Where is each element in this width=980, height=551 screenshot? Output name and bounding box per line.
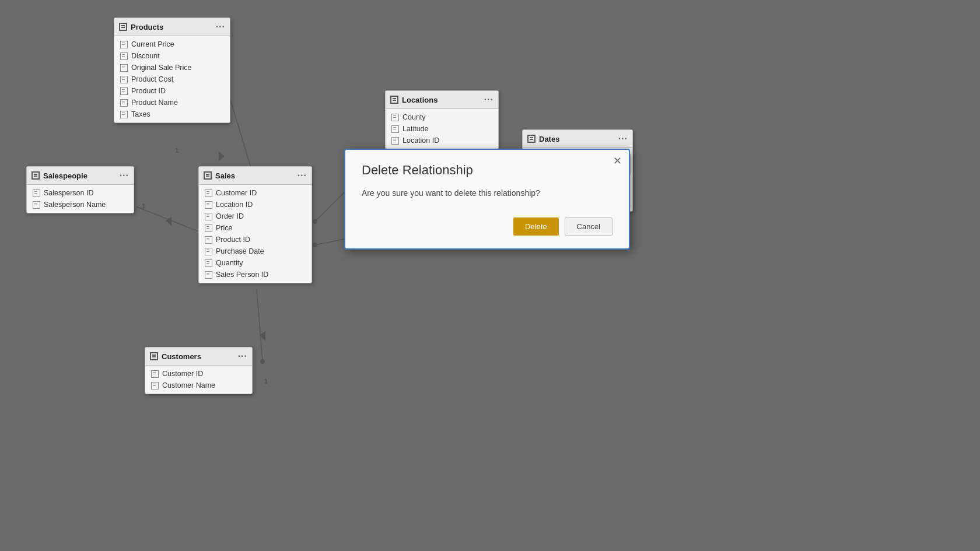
table-icon-dates bbox=[527, 135, 536, 143]
list-item: Product Cost bbox=[114, 73, 230, 85]
table-salespeople-title: Salespeople bbox=[43, 171, 88, 180]
list-item: Salesperson ID bbox=[27, 187, 134, 199]
dialog-message: Are you sure you want to delete this rel… bbox=[345, 184, 629, 212]
table-locations-menu[interactable]: ··· bbox=[484, 94, 494, 105]
list-item: Price bbox=[199, 222, 312, 234]
list-item: Customer ID bbox=[145, 368, 252, 380]
field-icon bbox=[205, 189, 212, 197]
list-item: County bbox=[386, 111, 498, 123]
table-salespeople-body: Salesperson ID Salesperson Name bbox=[27, 185, 134, 213]
field-icon bbox=[205, 201, 212, 209]
list-item: Salesperson Name bbox=[27, 199, 134, 210]
dialog-close-button[interactable]: ✕ bbox=[613, 156, 622, 166]
table-sales-title: Sales bbox=[215, 171, 235, 180]
table-sales-menu[interactable]: ··· bbox=[298, 170, 307, 181]
table-products-menu[interactable]: ··· bbox=[216, 22, 225, 32]
field-icon bbox=[120, 87, 128, 95]
field-icon bbox=[205, 259, 212, 267]
table-customers-menu[interactable]: ··· bbox=[238, 351, 247, 362]
field-icon bbox=[205, 213, 212, 220]
table-customers-title: Customers bbox=[162, 352, 201, 361]
table-locations-header[interactable]: Locations ··· bbox=[386, 91, 498, 109]
table-salespeople: Salespeople ··· Salesperson ID Salespers… bbox=[26, 166, 134, 213]
table-sales-body: Customer ID Location ID Order ID Price P… bbox=[199, 185, 312, 283]
field-icon bbox=[33, 201, 40, 209]
list-item: Product Name bbox=[114, 97, 230, 108]
list-item: Current Price bbox=[114, 38, 230, 50]
list-item: Customer ID bbox=[199, 187, 312, 199]
table-customers-header[interactable]: Customers ··· bbox=[145, 348, 252, 366]
field-icon bbox=[151, 382, 159, 389]
list-item: Taxes bbox=[114, 108, 230, 120]
relation-label-salespeople-1: 1 bbox=[142, 202, 145, 209]
table-icon-products bbox=[119, 23, 127, 31]
table-dates-menu[interactable]: ··· bbox=[618, 134, 628, 144]
field-icon bbox=[120, 99, 128, 107]
table-salespeople-header[interactable]: Salespeople ··· bbox=[27, 167, 134, 185]
table-products: Products ··· Current Price Discount Orig… bbox=[114, 17, 230, 123]
list-item: Location ID bbox=[199, 199, 312, 210]
field-icon bbox=[205, 248, 212, 255]
table-customers: Customers ··· Customer ID Customer Name bbox=[145, 347, 253, 394]
table-products-title: Products bbox=[131, 23, 163, 31]
table-products-body: Current Price Discount Original Sale Pri… bbox=[114, 36, 230, 122]
table-locations: Locations ··· County Latitude Location I… bbox=[385, 90, 499, 149]
table-locations-body: County Latitude Location ID bbox=[386, 109, 498, 149]
field-icon bbox=[120, 111, 128, 118]
table-dates-title: Dates bbox=[539, 135, 559, 143]
table-products-header[interactable]: Products ··· bbox=[114, 18, 230, 36]
relation-label-products-1: 1 bbox=[175, 147, 178, 154]
delete-button[interactable]: Delete bbox=[513, 217, 559, 236]
table-salespeople-menu[interactable]: ··· bbox=[120, 170, 129, 181]
list-item: Latitude bbox=[386, 123, 498, 135]
field-icon bbox=[391, 125, 399, 133]
table-customers-body: Customer ID Customer Name bbox=[145, 366, 252, 394]
field-icon bbox=[391, 114, 399, 121]
relation-label-customers-1: 1 bbox=[264, 378, 268, 385]
list-item: Original Sale Price bbox=[114, 62, 230, 73]
list-item: Product ID bbox=[114, 85, 230, 97]
table-icon-customers bbox=[150, 352, 158, 360]
field-icon bbox=[151, 370, 159, 378]
cancel-button[interactable]: Cancel bbox=[565, 217, 612, 236]
table-sales: Sales ··· Customer ID Location ID Order … bbox=[198, 166, 312, 283]
list-item: Sales Person ID bbox=[199, 269, 312, 280]
field-icon bbox=[205, 271, 212, 279]
list-item: Order ID bbox=[199, 210, 312, 222]
list-item: Location ID bbox=[386, 135, 498, 146]
field-icon bbox=[391, 137, 399, 145]
field-icon bbox=[120, 76, 128, 83]
field-icon bbox=[205, 236, 212, 244]
delete-relationship-dialog: ✕ Delete Relationship Are you sure you w… bbox=[344, 149, 630, 250]
field-icon bbox=[120, 52, 128, 60]
table-icon-locations bbox=[390, 96, 398, 104]
table-sales-header[interactable]: Sales ··· bbox=[199, 167, 312, 185]
list-item: Discount bbox=[114, 50, 230, 62]
field-icon bbox=[120, 64, 128, 72]
field-icon bbox=[120, 41, 128, 48]
field-icon bbox=[33, 189, 40, 197]
table-icon-sales bbox=[204, 171, 212, 180]
list-item: Product ID bbox=[199, 234, 312, 245]
list-item: Purchase Date bbox=[199, 245, 312, 257]
field-icon bbox=[205, 224, 212, 232]
list-item: Quantity bbox=[199, 257, 312, 269]
list-item: Customer Name bbox=[145, 380, 252, 391]
table-dates-header[interactable]: Dates ··· bbox=[523, 130, 632, 148]
table-icon-salespeople bbox=[32, 171, 40, 180]
dialog-title: Delete Relationship bbox=[345, 150, 629, 184]
table-locations-title: Locations bbox=[402, 96, 438, 104]
dialog-footer: Delete Cancel bbox=[345, 212, 629, 248]
